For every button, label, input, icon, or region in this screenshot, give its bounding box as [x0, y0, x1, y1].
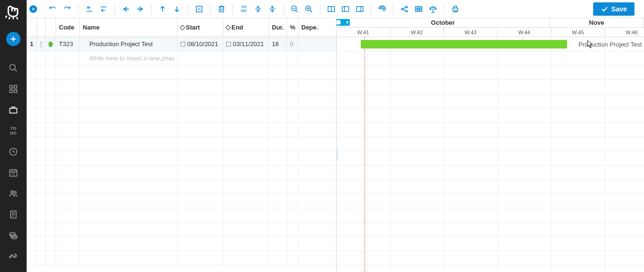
gantt-row[interactable] — [336, 51, 644, 66]
decrease-button[interactable] — [193, 3, 205, 15]
insert-phase-input[interactable] — [80, 51, 178, 65]
balance-button[interactable] — [427, 3, 439, 15]
row-end[interactable]: 03/11/2021 — [223, 37, 269, 51]
gantt-row[interactable] — [336, 237, 644, 251]
col-dur[interactable]: Dur. — [269, 18, 287, 37]
table-row[interactable] — [27, 151, 336, 165]
checkbox-icon[interactable] — [226, 42, 231, 47]
gantt-chart: OctoberNove W.41W.42W.43W.44W.45W.46 ●●●… — [336, 18, 644, 272]
print-button[interactable] — [450, 3, 461, 15]
svg-text:31: 31 — [11, 172, 15, 175]
todo-icon[interactable]: TO DO — [4, 121, 23, 140]
col-start[interactable]: Start — [178, 18, 223, 37]
table-row[interactable] — [27, 108, 336, 123]
wrench-icon[interactable] — [4, 247, 23, 266]
row-handle-icon[interactable]: ⋮ — [37, 37, 46, 51]
add-button[interactable] — [6, 32, 20, 46]
gantt-row[interactable] — [336, 165, 644, 180]
table-row[interactable] — [27, 94, 336, 108]
layout-right-button[interactable] — [354, 3, 365, 15]
svg-rect-26 — [415, 6, 422, 11]
row-start[interactable]: 08/10/2021 — [178, 37, 223, 51]
grid-header: Code Name Start End Dur. % Depe. — [27, 18, 336, 37]
gantt-row[interactable] — [336, 94, 644, 108]
outdent-button[interactable] — [120, 3, 132, 15]
col-name[interactable]: Name — [80, 18, 178, 37]
table-row[interactable] — [27, 223, 336, 237]
gantt-row[interactable] — [336, 208, 644, 223]
collapse-toggle[interactable] — [29, 5, 37, 13]
left-sidebar: TO DO 31 — [0, 0, 27, 272]
briefcase-icon[interactable] — [4, 100, 23, 119]
table-row[interactable] — [27, 66, 336, 80]
calendar-icon[interactable]: 31 — [4, 163, 23, 182]
row-name[interactable]: Production Project Test — [80, 37, 178, 51]
dashboard-icon[interactable] — [4, 79, 23, 98]
people-icon[interactable] — [4, 184, 23, 203]
zoom-in-button[interactable] — [303, 3, 315, 15]
checkbox-icon[interactable] — [181, 42, 185, 47]
row-pct[interactable]: 0 — [287, 37, 298, 51]
gantt-row[interactable] — [336, 194, 644, 208]
indent-button[interactable] — [135, 3, 146, 15]
table-row[interactable] — [27, 208, 336, 223]
gantt-row[interactable] — [336, 251, 644, 265]
zoom-out-button[interactable] — [289, 3, 300, 15]
save-button[interactable]: Save — [593, 2, 634, 16]
layout-split-button[interactable] — [326, 3, 337, 15]
expand-all-button[interactable] — [252, 3, 264, 15]
col-code[interactable]: Code — [56, 18, 80, 37]
collapse-all-button[interactable] — [267, 3, 278, 15]
col-pct[interactable]: % — [287, 18, 298, 37]
move-down-button[interactable] — [171, 3, 183, 15]
gantt-row[interactable] — [336, 108, 644, 123]
toolbar: TODO — [27, 0, 644, 18]
row-status[interactable] — [46, 37, 56, 51]
gantt-bar-label: Production Project Test — [578, 41, 642, 48]
svg-rect-1 — [10, 86, 13, 88]
undo-button[interactable] — [47, 3, 58, 15]
clock-icon[interactable] — [4, 142, 23, 161]
todo-toolbar-button[interactable]: TODO — [238, 3, 250, 15]
insert-above-button[interactable] — [84, 3, 95, 15]
redo-button[interactable] — [61, 3, 73, 15]
table-row[interactable] — [27, 80, 336, 94]
gantt-week-header: W.44 — [498, 28, 551, 37]
move-up-button[interactable] — [157, 3, 168, 15]
document-icon[interactable] — [4, 205, 23, 224]
gantt-row[interactable] — [336, 151, 644, 165]
col-end[interactable]: End — [223, 18, 269, 37]
milestone-icon — [225, 25, 231, 30]
coins-icon[interactable] — [4, 226, 23, 245]
gantt-row[interactable] — [336, 80, 644, 94]
gantt-row[interactable] — [336, 137, 644, 151]
table-row[interactable]: 1⋮T323Production Project Test08/10/20210… — [27, 37, 336, 51]
gantt-row[interactable] — [336, 66, 644, 80]
table-row[interactable] — [27, 137, 336, 151]
share-button[interactable] — [399, 3, 410, 15]
row-dur[interactable]: 18 — [269, 37, 287, 51]
table-row[interactable] — [27, 51, 336, 66]
table-row[interactable] — [27, 237, 336, 251]
palette-button[interactable] — [376, 3, 388, 15]
delete-button[interactable] — [216, 3, 227, 15]
table-row[interactable] — [27, 251, 336, 265]
insert-below-button[interactable] — [98, 3, 109, 15]
table-row[interactable] — [27, 165, 336, 180]
table-row[interactable] — [27, 123, 336, 137]
table-button[interactable] — [413, 3, 424, 15]
gantt-row[interactable] — [336, 180, 644, 194]
row-depe[interactable] — [298, 37, 317, 51]
gantt-bar[interactable]: Production Project Test — [361, 40, 567, 49]
svg-rect-27 — [453, 8, 458, 10]
table-row[interactable] — [27, 194, 336, 208]
gantt-row[interactable] — [336, 123, 644, 137]
table-row[interactable] — [27, 180, 336, 194]
gantt-scroll-handle[interactable] — [336, 19, 350, 26]
layout-left-button[interactable] — [340, 3, 351, 15]
search-icon[interactable] — [4, 58, 23, 78]
gantt-row[interactable] — [336, 223, 644, 237]
col-depe[interactable]: Depe. — [298, 18, 317, 37]
row-code[interactable]: T323 — [56, 37, 80, 51]
gantt-week-header: W.46 — [605, 28, 644, 37]
